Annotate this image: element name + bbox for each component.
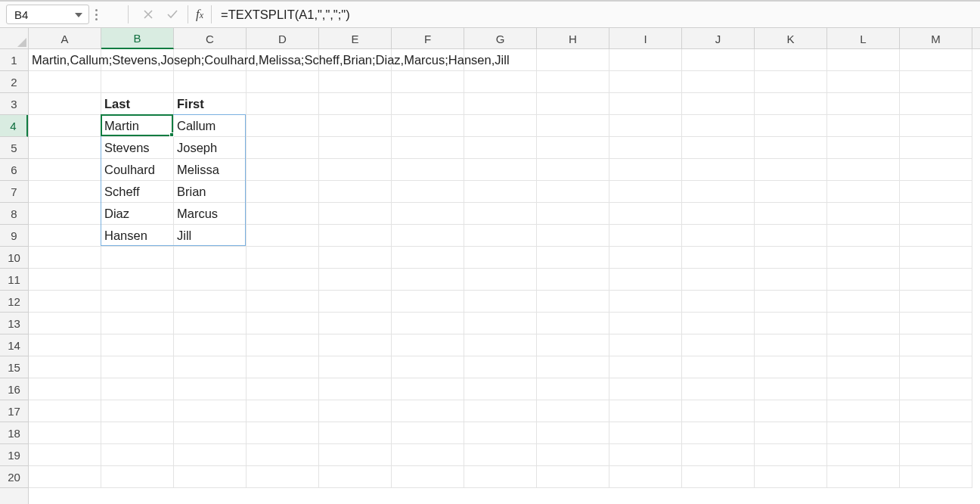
cell-G20[interactable] — [464, 466, 537, 488]
cell-M4[interactable] — [900, 115, 972, 137]
cell-D7[interactable] — [247, 181, 319, 203]
cell-K4[interactable] — [755, 115, 827, 137]
cell-L6[interactable] — [827, 159, 900, 181]
cell-K16[interactable] — [755, 378, 827, 400]
cell-D4[interactable] — [247, 115, 319, 137]
cell-F13[interactable] — [392, 313, 464, 334]
cell-J11[interactable] — [682, 269, 755, 291]
column-header[interactable]: I — [609, 28, 682, 49]
cell-K1[interactable] — [755, 49, 827, 71]
row-header[interactable]: 13 — [0, 313, 28, 334]
cell-H3[interactable] — [537, 93, 609, 115]
cell-I19[interactable] — [609, 444, 682, 466]
cell-D12[interactable] — [247, 291, 319, 313]
cell-L16[interactable] — [827, 378, 900, 400]
cell-A11[interactable] — [29, 269, 101, 291]
cell-G8[interactable] — [464, 203, 537, 225]
cell-A6[interactable] — [29, 159, 101, 181]
cell-B11[interactable] — [101, 269, 174, 291]
cell-H2[interactable] — [537, 71, 609, 93]
cell-J8[interactable] — [682, 203, 755, 225]
cell-E3[interactable] — [319, 93, 392, 115]
cell-E14[interactable] — [319, 334, 392, 356]
cell-M8[interactable] — [900, 203, 972, 225]
cell-G10[interactable] — [464, 247, 537, 269]
cell-C10[interactable] — [174, 247, 247, 269]
cell-M19[interactable] — [900, 444, 972, 466]
cell-B18[interactable] — [101, 422, 174, 444]
cell-D14[interactable] — [247, 334, 319, 356]
cell-M14[interactable] — [900, 334, 972, 356]
cell-M20[interactable] — [900, 466, 972, 488]
row-header[interactable]: 3 — [0, 93, 28, 115]
cell-E15[interactable] — [319, 356, 392, 378]
cell-E11[interactable] — [319, 269, 392, 291]
cell-H1[interactable] — [537, 49, 609, 71]
cell-M10[interactable] — [900, 247, 972, 269]
cell-J3[interactable] — [682, 93, 755, 115]
cell-H17[interactable] — [537, 400, 609, 422]
cell-D15[interactable] — [247, 356, 319, 378]
cell-B19[interactable] — [101, 444, 174, 466]
cell-L14[interactable] — [827, 334, 900, 356]
cell-A1[interactable]: Martin,Callum;Stevens,Joseph;Coulhard,Me… — [29, 49, 101, 71]
cell-D2[interactable] — [247, 71, 319, 93]
cell-G18[interactable] — [464, 422, 537, 444]
row-header[interactable]: 10 — [0, 247, 28, 269]
cell-C5[interactable]: Joseph — [174, 137, 247, 159]
column-header[interactable]: G — [464, 28, 537, 49]
column-header[interactable]: F — [392, 28, 464, 49]
cell-K8[interactable] — [755, 203, 827, 225]
row-header[interactable]: 8 — [0, 203, 28, 225]
cell-I10[interactable] — [609, 247, 682, 269]
cell-K2[interactable] — [755, 71, 827, 93]
cell-H7[interactable] — [537, 181, 609, 203]
row-header[interactable]: 18 — [0, 422, 28, 444]
cell-B12[interactable] — [101, 291, 174, 313]
formula-input[interactable] — [215, 5, 980, 24]
cell-G3[interactable] — [464, 93, 537, 115]
cell-B15[interactable] — [101, 356, 174, 378]
row-header[interactable]: 2 — [0, 71, 28, 93]
cell-H5[interactable] — [537, 137, 609, 159]
column-header[interactable]: H — [537, 28, 609, 49]
cell-B6[interactable]: Coulhard — [101, 159, 174, 181]
cell-I5[interactable] — [609, 137, 682, 159]
cell-A13[interactable] — [29, 313, 101, 334]
cell-E16[interactable] — [319, 378, 392, 400]
cell-K14[interactable] — [755, 334, 827, 356]
cell-C13[interactable] — [174, 313, 247, 334]
cell-E7[interactable] — [319, 181, 392, 203]
cell-M1[interactable] — [900, 49, 972, 71]
cell-I20[interactable] — [609, 466, 682, 488]
cell-H10[interactable] — [537, 247, 609, 269]
cell-L2[interactable] — [827, 71, 900, 93]
cell-A16[interactable] — [29, 378, 101, 400]
cell-M6[interactable] — [900, 159, 972, 181]
row-header[interactable]: 5 — [0, 137, 28, 159]
cell-J13[interactable] — [682, 313, 755, 334]
cell-B17[interactable] — [101, 400, 174, 422]
column-header[interactable]: L — [827, 28, 900, 49]
column-header[interactable]: E — [319, 28, 392, 49]
cell-J19[interactable] — [682, 444, 755, 466]
cell-J20[interactable] — [682, 466, 755, 488]
cell-I4[interactable] — [609, 115, 682, 137]
column-header[interactable]: A — [29, 28, 101, 49]
spreadsheet-grid[interactable]: ABCDEFGHIJKLM 12345678910111213141516171… — [0, 28, 980, 504]
cell-F5[interactable] — [392, 137, 464, 159]
cell-G13[interactable] — [464, 313, 537, 334]
cell-D3[interactable] — [247, 93, 319, 115]
cell-J12[interactable] — [682, 291, 755, 313]
cells-area[interactable]: Martin,Callum;Stevens,Joseph;Coulhard,Me… — [29, 49, 980, 504]
row-header[interactable]: 6 — [0, 159, 28, 181]
cell-E6[interactable] — [319, 159, 392, 181]
cell-A5[interactable] — [29, 137, 101, 159]
cell-E9[interactable] — [319, 225, 392, 247]
cell-D19[interactable] — [247, 444, 319, 466]
cell-F15[interactable] — [392, 356, 464, 378]
cell-A10[interactable] — [29, 247, 101, 269]
cell-E19[interactable] — [319, 444, 392, 466]
cell-M2[interactable] — [900, 71, 972, 93]
cell-C12[interactable] — [174, 291, 247, 313]
